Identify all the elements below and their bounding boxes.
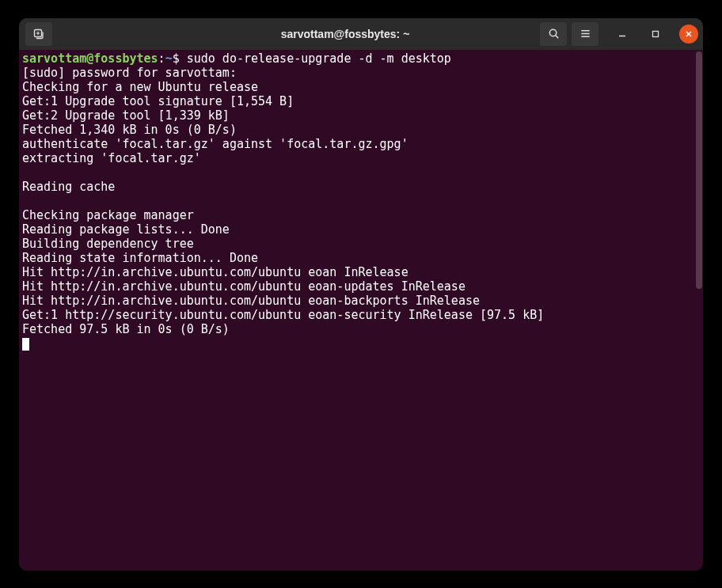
- prompt-colon: :: [158, 51, 165, 66]
- output-line: [22, 194, 700, 208]
- output-line: authenticate 'focal.tar.gz' against 'foc…: [22, 137, 700, 151]
- titlebar-left: [24, 22, 150, 46]
- prompt-user-host: sarvottam@fossbytes: [22, 51, 158, 66]
- output-line: [22, 165, 700, 180]
- command-text: sudo do-release-upgrade -d -m desktop: [187, 51, 451, 66]
- output-line: Building dependency tree: [22, 237, 700, 251]
- menu-button[interactable]: [572, 22, 598, 46]
- svg-point-1: [549, 29, 556, 36]
- output-line: Reading state information... Done: [22, 251, 700, 265]
- prompt-symbol: $: [173, 51, 187, 66]
- output-line: Get:1 http://security.ubuntu.com/ubuntu …: [22, 308, 700, 322]
- output-line: Get:1 Upgrade tool signature [1,554 B]: [22, 94, 700, 108]
- svg-rect-2: [653, 31, 659, 36]
- scrollbar-thumb[interactable]: [696, 51, 702, 289]
- output-line: Get:2 Upgrade tool [1,339 kB]: [22, 108, 700, 123]
- terminal-window: sarvottam@fossbytes: ~: [19, 18, 703, 571]
- new-tab-icon: [32, 28, 45, 40]
- terminal-content: sarvottam@fossbytes:~$ sudo do-release-u…: [21, 51, 701, 351]
- output-line: Hit http://in.archive.ubuntu.com/ubuntu …: [22, 279, 700, 294]
- output-lines: [sudo] password for sarvottam: Checking …: [22, 66, 700, 336]
- close-icon: [685, 30, 693, 38]
- new-tab-button[interactable]: [25, 22, 52, 46]
- cursor-icon: [22, 338, 29, 351]
- output-line: Fetched 1,340 kB in 0s (0 B/s): [22, 123, 700, 137]
- hamburger-icon: [580, 28, 591, 40]
- cursor-line: [22, 336, 700, 351]
- output-line: Checking for a new Ubuntu release: [22, 80, 700, 94]
- maximize-icon: [652, 30, 659, 38]
- output-line: Hit http://in.archive.ubuntu.com/ubuntu …: [22, 265, 700, 279]
- terminal-area[interactable]: sarvottam@fossbytes:~$ sudo do-release-u…: [19, 50, 703, 571]
- output-line: Fetched 97.5 kB in 0s (0 B/s): [22, 322, 700, 336]
- titlebar-right: [540, 22, 698, 46]
- output-line: extracting 'focal.tar.gz': [22, 151, 700, 165]
- close-button[interactable]: [679, 25, 698, 44]
- titlebar: sarvottam@fossbytes: ~: [19, 18, 703, 50]
- output-line: Checking package manager: [22, 208, 700, 222]
- output-line: Reading package lists... Done: [22, 222, 700, 237]
- output-line: Hit http://in.archive.ubuntu.com/ubuntu …: [22, 294, 700, 308]
- window-title: sarvottam@fossbytes: ~: [150, 28, 540, 40]
- search-icon: [548, 28, 560, 40]
- prompt-path: ~: [165, 51, 173, 66]
- minimize-button[interactable]: [613, 25, 632, 44]
- prompt-line: sarvottam@fossbytes:~$ sudo do-release-u…: [22, 51, 700, 66]
- maximize-button[interactable]: [646, 25, 665, 44]
- minimize-icon: [618, 30, 626, 38]
- output-line: Reading cache: [22, 180, 700, 194]
- search-button[interactable]: [540, 22, 567, 46]
- output-line: [sudo] password for sarvottam:: [22, 66, 700, 80]
